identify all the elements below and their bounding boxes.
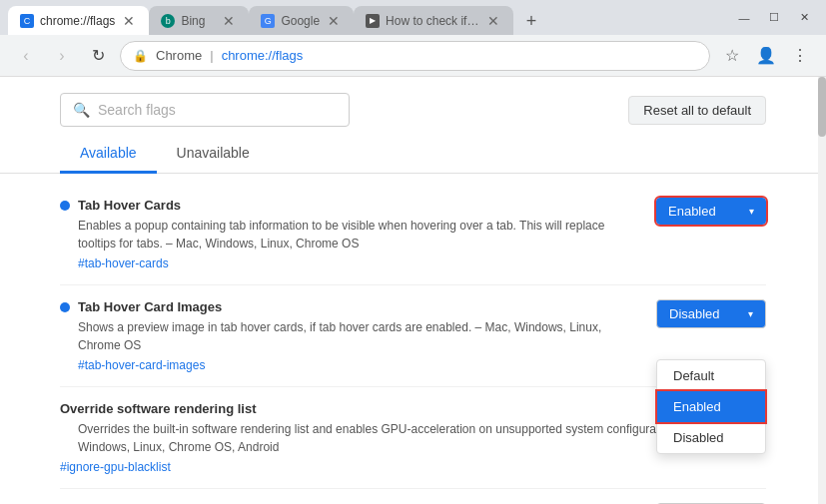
flag-bullet-tab-hover-card-images: Tab Hover Card Images xyxy=(60,299,636,318)
profile-button[interactable]: 👤 xyxy=(752,42,780,70)
dropdown-option-default[interactable]: Default xyxy=(657,360,765,391)
address-bar[interactable]: 🔒 Chrome | chrome://flags xyxy=(120,41,710,71)
window-controls: — ☐ ✕ xyxy=(722,0,826,35)
reload-button[interactable]: ↻ xyxy=(84,42,112,70)
tabs-area: C chrome://flags ✕ b Bing ✕ G Google ✕ ▶… xyxy=(0,6,722,35)
tab-google-favicon: G xyxy=(261,14,275,28)
address-url: chrome://flags xyxy=(222,48,304,63)
tab-flags-close[interactable]: ✕ xyxy=(121,13,137,29)
tab-flags-label: chrome://flags xyxy=(40,14,115,28)
maximize-button[interactable]: ☐ xyxy=(760,8,788,28)
flag-desc-tab-hover-cards: Enables a popup containing tab informati… xyxy=(78,217,636,252)
toolbar-right: ☆ 👤 ⋮ xyxy=(718,42,814,70)
new-tab-button[interactable]: + xyxy=(517,7,545,35)
flag-desc-tab-hover-card-images: Shows a preview image in tab hover cards… xyxy=(78,318,636,354)
tab-bing-favicon: b xyxy=(161,14,175,28)
tab-flags[interactable]: C chrome://flags ✕ xyxy=(8,6,149,35)
bookmark-button[interactable]: ☆ xyxy=(718,42,746,70)
dropdown-menu-tab-hover-card-images: Default Enabled Disabled xyxy=(656,359,766,454)
tab-windows-favicon: ▶ xyxy=(366,14,380,28)
toolbar: ‹ › ↻ 🔒 Chrome | chrome://flags ☆ 👤 ⋮ xyxy=(0,35,826,77)
tab-bing-label: Bing xyxy=(181,14,215,28)
tab-bing-close[interactable]: ✕ xyxy=(221,13,237,29)
tab-unavailable[interactable]: Unavailable xyxy=(157,135,270,174)
flag-info-tab-hover-card-images: Tab Hover Card Images Shows a preview im… xyxy=(60,299,656,372)
scrollbar-thumb[interactable] xyxy=(818,77,826,137)
tab-google[interactable]: G Google ✕ xyxy=(249,6,354,35)
flag-dropdown-arrow-tab-hover-card-images: ▾ xyxy=(748,308,753,319)
flag-dot-tab-hover-cards xyxy=(60,201,70,211)
tab-google-close[interactable]: ✕ xyxy=(326,13,342,29)
flag-control-tab-hover-card-images: Disabled ▾ Default Enabled Disabled xyxy=(656,299,766,328)
search-icon: 🔍 xyxy=(73,102,90,118)
tab-bing[interactable]: b Bing ✕ xyxy=(149,6,249,35)
flag-tabs: Available Unavailable xyxy=(0,135,826,174)
page-content: 🔍 Search flags Reset all to default Avai… xyxy=(0,77,826,504)
flag-link-tab-hover-card-images[interactable]: #tab-hover-card-images xyxy=(78,358,636,372)
flag-info-tab-hover-cards: Tab Hover Cards Enables a popup containi… xyxy=(60,198,656,270)
flag-title-override-software-rendering: Override software rendering list xyxy=(60,401,746,416)
flag-title-tab-hover-card-images: Tab Hover Card Images xyxy=(78,299,222,314)
flag-link-tab-hover-cards[interactable]: #tab-hover-cards xyxy=(78,256,636,270)
flag-control-tab-hover-cards: Enabled ▾ xyxy=(656,198,766,225)
flag-link-override-software-rendering[interactable]: #ignore-gpu-blacklist xyxy=(60,460,746,474)
flag-desc-override-software-rendering: Overrides the built-in software renderin… xyxy=(78,420,746,456)
address-site: Chrome xyxy=(156,48,202,63)
tab-available[interactable]: Available xyxy=(60,135,157,174)
dropdown-option-enabled[interactable]: Enabled xyxy=(657,391,765,422)
tab-flags-favicon: C xyxy=(20,14,34,28)
tab-windows-close[interactable]: ✕ xyxy=(485,13,501,29)
tab-windows-label: How to check if Windows... xyxy=(386,14,479,28)
tab-windows[interactable]: ▶ How to check if Windows... ✕ xyxy=(354,6,513,35)
tab-google-label: Google xyxy=(281,14,320,28)
minimize-button[interactable]: — xyxy=(730,8,758,28)
flag-item-tab-hover-card-images: Tab Hover Card Images Shows a preview im… xyxy=(60,285,766,387)
browser-frame: C chrome://flags ✕ b Bing ✕ G Google ✕ ▶… xyxy=(0,0,826,504)
flags-list: Tab Hover Cards Enables a popup containi… xyxy=(0,174,826,504)
flag-dropdown-tab-hover-card-images[interactable]: Disabled ▾ xyxy=(656,299,766,328)
search-area: 🔍 Search flags Reset all to default xyxy=(0,77,826,135)
search-flags-placeholder: Search flags xyxy=(98,102,176,118)
title-bar: C chrome://flags ✕ b Bing ✕ G Google ✕ ▶… xyxy=(0,0,826,35)
flag-title-tab-hover-cards: Tab Hover Cards xyxy=(78,198,181,213)
scrollbar-track[interactable] xyxy=(818,77,826,504)
close-button[interactable]: ✕ xyxy=(790,8,818,28)
flag-dropdown-tab-hover-cards[interactable]: Enabled ▾ xyxy=(656,198,766,225)
flag-dropdown-value-tab-hover-cards: Enabled xyxy=(668,204,716,219)
flag-item-accelerated-2d-canvas: Accelerated 2D canvas Enables the use of… xyxy=(60,489,766,504)
flag-dropdown-arrow-tab-hover-cards: ▾ xyxy=(749,206,754,217)
flag-item-tab-hover-cards: Tab Hover Cards Enables a popup containi… xyxy=(60,184,766,285)
menu-button[interactable]: ⋮ xyxy=(786,42,814,70)
reset-all-button[interactable]: Reset all to default xyxy=(628,96,766,125)
address-divider: | xyxy=(210,48,213,63)
flag-bullet-tab-hover-cards: Tab Hover Cards xyxy=(60,198,636,217)
back-button[interactable]: ‹ xyxy=(12,42,40,70)
flag-dropdown-value-tab-hover-card-images: Disabled xyxy=(669,306,720,321)
forward-button[interactable]: › xyxy=(48,42,76,70)
dropdown-option-disabled[interactable]: Disabled xyxy=(657,422,765,453)
flag-dot-tab-hover-card-images xyxy=(60,302,70,312)
search-flags-box[interactable]: 🔍 Search flags xyxy=(60,93,350,127)
lock-icon: 🔒 xyxy=(133,49,148,63)
